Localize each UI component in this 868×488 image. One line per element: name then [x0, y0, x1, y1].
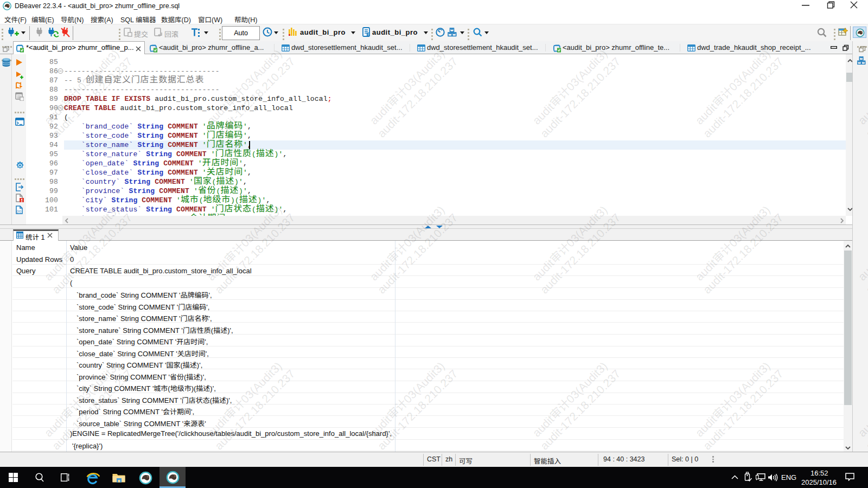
svg-text:(x): (x) — [17, 209, 21, 214]
